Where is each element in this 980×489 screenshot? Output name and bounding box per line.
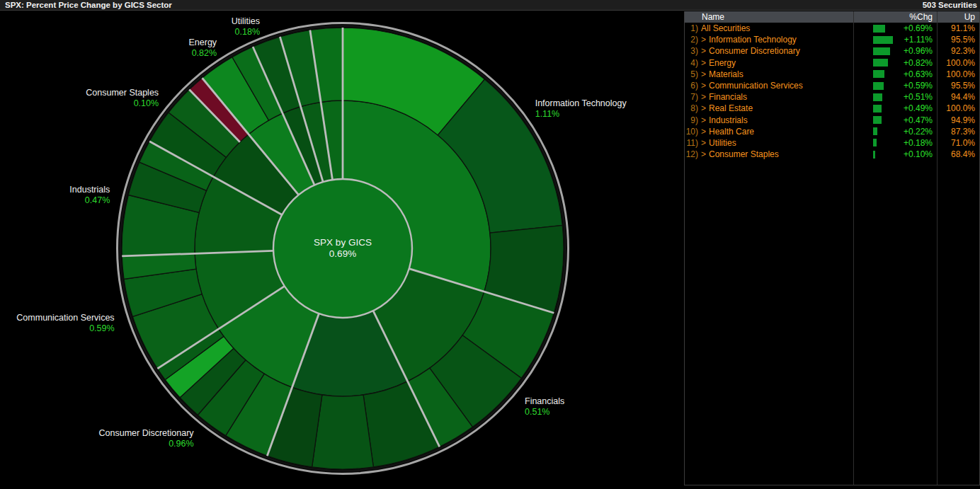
- expand-chevron-icon[interactable]: >: [701, 69, 706, 79]
- industry-wedge-health-care[interactable]: [312, 395, 374, 469]
- chg-bar: [873, 93, 882, 101]
- sector-name-link[interactable]: All Securities: [701, 23, 750, 34]
- table-row[interactable]: 3)>Consumer Discretionary+0.96%92.3%: [685, 45, 979, 57]
- chg-value: +0.49%: [904, 103, 933, 114]
- table-row[interactable]: 5)>Materials+0.63%100.0%: [685, 69, 979, 80]
- page-title: SPX: Percent Price Change by GICS Sector: [5, 1, 172, 9]
- table-row[interactable]: 10)>Health Care+0.22%87.3%: [685, 126, 979, 137]
- up-percent: 87.3%: [951, 126, 975, 137]
- column-header-up[interactable]: Up: [964, 11, 975, 23]
- sector-name-link[interactable]: >Health Care: [701, 126, 754, 137]
- expand-chevron-icon[interactable]: >: [701, 103, 706, 113]
- expand-chevron-icon[interactable]: >: [701, 92, 706, 102]
- sector-label-value-industrials: 0.47%: [85, 195, 110, 205]
- sector-label-consumer-staples: Consumer Staples: [86, 88, 159, 98]
- sector-label-value-information-technology: 1.11%: [535, 109, 560, 119]
- chg-value: +0.47%: [904, 115, 933, 126]
- sector-label-industrials: Industrials: [69, 185, 110, 195]
- up-percent: 91.1%: [951, 23, 975, 34]
- expand-chevron-icon[interactable]: >: [701, 149, 706, 159]
- row-number: 3): [685, 45, 698, 57]
- sector-label-value-communication-services: 0.59%: [89, 323, 114, 333]
- sector-label-value-utilities: 0.18%: [235, 27, 260, 37]
- chg-bar: [873, 70, 884, 78]
- row-number: 2): [685, 34, 698, 45]
- row-number: 11): [685, 137, 698, 149]
- table-row[interactable]: 6)>Communication Services+0.59%95.5%: [685, 80, 979, 91]
- chg-value: +0.63%: [904, 69, 933, 80]
- sector-name-link[interactable]: >Utilities: [701, 137, 736, 149]
- up-percent: 100.0%: [946, 57, 975, 69]
- row-number: 8): [685, 103, 698, 114]
- column-divider: [937, 11, 938, 485]
- table-row[interactable]: 1)All Securities+0.69%91.1%: [685, 23, 979, 34]
- sector-label-value-financials: 0.51%: [525, 407, 549, 417]
- column-header-chg[interactable]: %Chg: [909, 11, 933, 23]
- chg-bar: [873, 36, 893, 44]
- table-row[interactable]: 11)>Utilities+0.18%71.0%: [685, 137, 979, 149]
- chart-center-label: SPX by GICS: [314, 237, 372, 248]
- sector-name-link[interactable]: >Consumer Discretionary: [701, 45, 800, 57]
- table-row[interactable]: 7)>Financials+0.51%94.4%: [685, 91, 979, 103]
- up-percent: 94.4%: [951, 91, 975, 103]
- sector-label-communication-services: Communication Services: [16, 313, 114, 323]
- sector-label-value-energy: 0.82%: [192, 48, 217, 58]
- sector-table: Name %Chg Up 1)All Securities+0.69%91.1%…: [684, 11, 980, 485]
- expand-chevron-icon[interactable]: >: [701, 81, 706, 91]
- row-number: 4): [685, 57, 698, 69]
- row-number: 5): [685, 69, 698, 80]
- expand-chevron-icon[interactable]: >: [701, 138, 706, 148]
- sector-label-information-technology: Information Technology: [535, 98, 627, 108]
- sunburst-chart: SPX by GICS0.69%Information Technology1.…: [0, 11, 684, 489]
- table-row[interactable]: 4)>Energy+0.82%100.0%: [685, 57, 979, 69]
- table-row[interactable]: 12)>Consumer Staples+0.10%68.4%: [685, 149, 979, 160]
- column-header-name[interactable]: Name: [702, 11, 724, 23]
- chg-value: +0.51%: [904, 91, 933, 103]
- chg-bar: [873, 82, 884, 90]
- expand-chevron-icon[interactable]: >: [701, 35, 706, 45]
- chg-bar: [873, 105, 882, 113]
- expand-chevron-icon[interactable]: >: [701, 46, 706, 56]
- sector-label-utilities: Utilities: [232, 16, 260, 26]
- chg-bar: [873, 127, 877, 135]
- chg-value: +0.59%: [904, 80, 933, 91]
- expand-chevron-icon[interactable]: >: [701, 115, 706, 125]
- table-row[interactable]: 8)>Real Estate+0.49%100.0%: [685, 103, 979, 114]
- up-percent: 94.9%: [951, 115, 975, 126]
- expand-chevron-icon[interactable]: >: [701, 127, 706, 137]
- chg-value: +0.82%: [904, 57, 933, 69]
- sector-name-link[interactable]: >Consumer Staples: [701, 149, 779, 160]
- up-percent: 71.0%: [951, 137, 975, 149]
- table-row[interactable]: 9)>Industrials+0.47%94.9%: [685, 115, 979, 126]
- sector-name-link[interactable]: >Real Estate: [701, 103, 753, 114]
- row-number: 10): [685, 126, 698, 137]
- chg-bar: [873, 25, 885, 33]
- title-bar: SPX: Percent Price Change by GICS Sector…: [0, 0, 980, 11]
- sunburst-chart-area: SPX by GICS0.69%Information Technology1.…: [0, 11, 684, 489]
- sector-name-link[interactable]: >Communication Services: [701, 80, 803, 91]
- sector-label-consumer-discretionary: Consumer Discretionary: [99, 428, 195, 438]
- sector-label-value-consumer-discretionary: 0.96%: [169, 439, 193, 449]
- expand-chevron-icon[interactable]: >: [701, 58, 706, 68]
- chg-bar: [873, 139, 877, 146]
- up-percent: 100.0%: [946, 69, 975, 80]
- up-percent: 68.4%: [951, 149, 975, 160]
- chg-bar: [873, 116, 882, 124]
- sector-name-link[interactable]: >Industrials: [701, 115, 748, 126]
- chg-value: +0.69%: [904, 23, 933, 34]
- row-number: 12): [685, 149, 698, 160]
- sector-name-link[interactable]: >Materials: [701, 69, 743, 80]
- chg-bar: [873, 59, 888, 67]
- chg-value: +0.18%: [904, 137, 933, 149]
- table-body: 1)All Securities+0.69%91.1%2)>Informatio…: [685, 23, 979, 160]
- chg-value: +0.10%: [904, 149, 933, 160]
- chg-value: +0.22%: [904, 126, 933, 137]
- sector-name-link[interactable]: >Energy: [701, 57, 736, 69]
- sector-label-value-consumer-staples: 0.10%: [134, 98, 159, 108]
- chg-bar: [873, 47, 890, 55]
- row-number: 9): [685, 115, 698, 126]
- table-row[interactable]: 2)>Information Technology+1.11%95.5%: [685, 34, 979, 45]
- row-number: 1): [685, 23, 698, 34]
- sector-name-link[interactable]: >Financials: [701, 91, 747, 103]
- sector-name-link[interactable]: >Information Technology: [701, 34, 797, 45]
